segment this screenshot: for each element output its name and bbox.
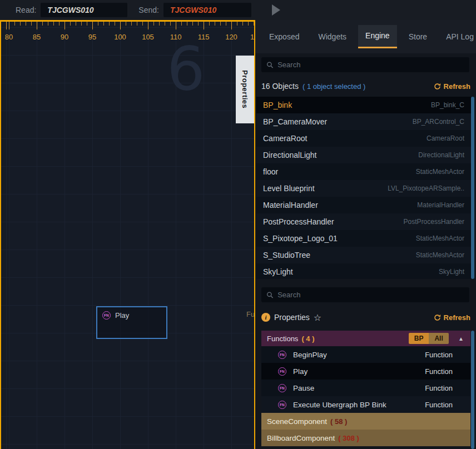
section-count: ( 58 ) <box>330 417 347 426</box>
functions-section-header[interactable]: Functions ( 4 ) BP All ▲ <box>261 331 470 346</box>
objects-header: 16 Objects ( 1 object selected ) Refresh <box>261 79 470 93</box>
function-row[interactable]: FN Pause Function <box>261 380 470 396</box>
objects-refresh-button[interactable]: Refresh <box>434 82 470 91</box>
properties-refresh-button[interactable]: Refresh <box>434 313 470 322</box>
function-icon: FN <box>278 367 286 376</box>
properties-search[interactable] <box>261 287 469 302</box>
topbar: Read: TJCGWS010 Send: TJCGWS010 <box>0 0 476 20</box>
object-row[interactable]: S_Pixotope_Logo_01 StaticMeshActor <box>256 230 471 247</box>
function-icon: FN <box>278 401 286 409</box>
play-button[interactable] <box>269 3 284 17</box>
tab-engine[interactable]: Engine <box>358 25 397 48</box>
objects-scrollbar[interactable] <box>471 97 474 279</box>
play-node[interactable]: FN Play <box>96 306 167 339</box>
background-digit: 6 <box>167 36 205 102</box>
right-panel: Exposed Widgets Engine Store API Log 16 … <box>255 20 476 449</box>
object-type: CameraRoot <box>427 134 464 142</box>
read-input[interactable]: TJCGWS010 <box>41 3 127 17</box>
object-row[interactable]: floor StaticMeshActor <box>256 163 471 180</box>
object-name: Level Blueprint <box>263 184 315 193</box>
tab-widgets[interactable]: Widgets <box>311 25 354 48</box>
function-name: Execute Ubergraph BP Bink <box>293 401 386 409</box>
tab-api-log[interactable]: API Log <box>439 25 476 48</box>
function-row[interactable]: FN Play Function <box>261 363 470 380</box>
ruler-label: 110 <box>170 33 182 41</box>
object-type: PostProcessHandler <box>404 218 464 226</box>
object-name: BP_CameraMover <box>263 117 327 126</box>
ruler-label: 115 <box>198 33 210 41</box>
object-name: floor <box>263 167 278 176</box>
play-node-label: Play <box>115 311 129 320</box>
function-name: Play <box>293 367 308 376</box>
properties-refresh-label: Refresh <box>444 313 470 322</box>
horizontal-ruler: 80 85 90 95 100 105 110 115 120 1 <box>1 22 254 45</box>
billboard-component-section-header[interactable]: BillboardComponent ( 308 ) <box>261 430 470 446</box>
app-root: Read: TJCGWS010 Send: TJCGWS010 6 80 85 … <box>0 0 476 449</box>
object-row[interactable]: Level Blueprint LVL_PixotopeARSample.. <box>256 180 471 197</box>
read-value: TJCGWS010 <box>47 6 93 14</box>
ruler-label: 120 <box>225 33 237 41</box>
favorite-star-icon[interactable]: ☆ <box>314 312 321 323</box>
read-label: Read: <box>16 6 36 14</box>
object-row[interactable]: BP_bink BP_bink_C <box>256 97 471 113</box>
function-icon: FN <box>102 311 111 320</box>
info-icon[interactable]: i <box>261 313 270 322</box>
object-type: LVL_PixotopeARSample.. <box>388 184 464 192</box>
object-name: BP_bink <box>263 101 292 109</box>
main-area: 6 80 85 90 95 100 105 110 115 120 1 FN P… <box>0 20 476 449</box>
object-name: CameraRoot <box>263 134 307 143</box>
function-name: BeginPlay <box>293 351 327 359</box>
object-row[interactable]: MaterialHandler MaterialHandler <box>256 197 471 213</box>
object-row[interactable]: DirectionalLight DirectionalLight <box>256 147 471 163</box>
send-input[interactable]: TJCGWS010 <box>163 3 251 17</box>
objects-refresh-label: Refresh <box>444 82 470 91</box>
object-row[interactable]: S_StudioTree StaticMeshActor <box>256 247 471 263</box>
ruler-label: 105 <box>142 33 154 41</box>
filter-bp-button[interactable]: BP <box>409 333 429 344</box>
filter-all-button[interactable]: All <box>429 333 449 344</box>
function-icon: FN <box>278 351 286 359</box>
object-name: SkyLight <box>263 267 293 276</box>
functions-list: FN BeginPlay Function FN Play Function F… <box>261 346 470 413</box>
clipped-function-label: Func <box>246 310 255 318</box>
tab-exposed[interactable]: Exposed <box>262 25 306 48</box>
function-icon: FN <box>278 384 286 392</box>
ruler-label: 85 <box>33 33 41 41</box>
object-name: S_Pixotope_Logo_01 <box>263 234 338 243</box>
properties-search-input[interactable] <box>277 291 464 299</box>
node-graph-canvas[interactable]: 6 80 85 90 95 100 105 110 115 120 1 FN P… <box>0 20 255 449</box>
scene-component-section-header[interactable]: SceneComponent ( 58 ) <box>261 413 470 430</box>
function-row[interactable]: FN BeginPlay Function <box>261 346 470 363</box>
function-type: Function <box>425 367 463 376</box>
object-row[interactable]: BP_CameraMover BP_ARControl_C <box>256 113 471 130</box>
object-name: S_StudioTree <box>263 251 310 260</box>
refresh-icon <box>434 83 441 90</box>
panel-tabs: Exposed Widgets Engine Store API Log <box>255 20 476 53</box>
object-type: SkyLight <box>439 268 464 276</box>
function-type: Function <box>425 351 463 359</box>
tab-store[interactable]: Store <box>401 25 434 48</box>
object-row[interactable]: CameraRoot CameraRoot <box>256 130 471 147</box>
play-icon <box>272 4 280 16</box>
objects-search-input[interactable] <box>277 61 464 69</box>
object-name: DirectionalLight <box>263 151 317 159</box>
properties-scrollbar[interactable] <box>471 331 474 449</box>
object-type: BP_bink_C <box>431 101 464 109</box>
ruler-label: 80 <box>5 33 13 41</box>
function-type: Function <box>425 384 463 392</box>
send-label: Send: <box>138 6 159 14</box>
properties-title: Properties <box>274 313 310 322</box>
function-type: Function <box>425 401 463 409</box>
objects-search[interactable] <box>261 57 469 72</box>
section-title: SceneComponent <box>267 417 327 426</box>
properties-side-tab[interactable]: Properties <box>236 56 254 123</box>
search-icon <box>266 291 274 299</box>
object-type: StaticMeshActor <box>416 168 464 176</box>
object-row[interactable]: PostProcessHandler PostProcessHandler <box>256 213 471 230</box>
function-row[interactable]: FN Execute Ubergraph BP Bink Function <box>261 396 470 413</box>
functions-title: Functions <box>267 335 298 343</box>
object-row[interactable]: SkyLight SkyLight <box>256 263 471 279</box>
search-icon <box>266 61 274 69</box>
object-type: StaticMeshActor <box>416 235 464 242</box>
collapse-arrow-icon[interactable]: ▲ <box>458 336 464 342</box>
